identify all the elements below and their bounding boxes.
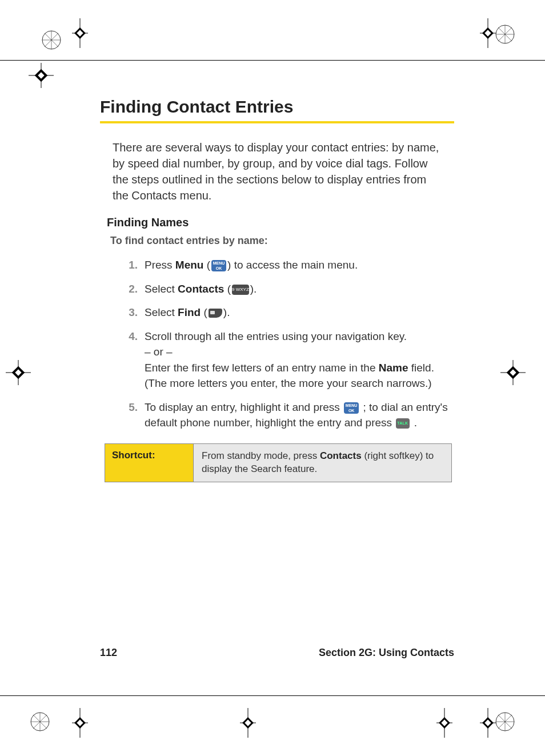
shortcut-label: Shortcut: — [105, 444, 194, 482]
crop-mark-icon — [72, 708, 88, 738]
crop-mark-icon — [480, 18, 496, 48]
find-key-icon — [209, 309, 222, 318]
digit-key-icon — [232, 285, 249, 295]
step-1: Press Menu () to access the main menu. — [117, 257, 454, 273]
heading-underline — [100, 121, 454, 123]
intro-paragraph: There are several ways to display your c… — [113, 139, 442, 203]
crop-mark-icon — [480, 708, 496, 738]
talk-key-icon — [396, 418, 410, 429]
shortcut-box: Shortcut: From standby mode, press Conta… — [105, 443, 452, 482]
page: Finding Contact Entries There are severa… — [0, 0, 545, 756]
step-2: Select Contacts (). — [117, 281, 454, 297]
crop-mark-icon — [6, 360, 31, 385]
crop-mark-icon — [29, 63, 54, 88]
crop-mark-icon — [436, 708, 452, 738]
registration-target-icon — [40, 29, 63, 51]
registration-target-icon — [29, 710, 51, 733]
menu-ok-key-icon — [211, 260, 226, 271]
step-4: Scroll through all the entries using you… — [117, 329, 454, 391]
registration-target-icon — [494, 23, 516, 46]
page-number: 112 — [100, 647, 117, 659]
procedure-lead: To find contact entries by name: — [110, 235, 454, 247]
page-title: Finding Contact Entries — [100, 97, 454, 117]
registration-target-icon — [494, 710, 516, 733]
page-footer: 112 Section 2G: Using Contacts — [100, 647, 454, 659]
menu-ok-key-icon — [344, 402, 359, 414]
shortcut-text: From standby mode, press Contacts (right… — [194, 444, 451, 482]
step-list: Press Menu () to access the main menu. S… — [117, 257, 454, 431]
crop-mark-icon — [500, 360, 526, 385]
crop-mark-icon — [72, 18, 88, 48]
section-title: Section 2G: Using Contacts — [319, 647, 454, 659]
crop-mark-icon — [240, 708, 256, 738]
step-5: To display an entry, highlight it and pr… — [117, 399, 454, 431]
content-area: Finding Contact Entries There are severa… — [100, 97, 454, 482]
step-3: Select Find (). — [117, 305, 454, 321]
subheading: Finding Names — [107, 216, 454, 229]
